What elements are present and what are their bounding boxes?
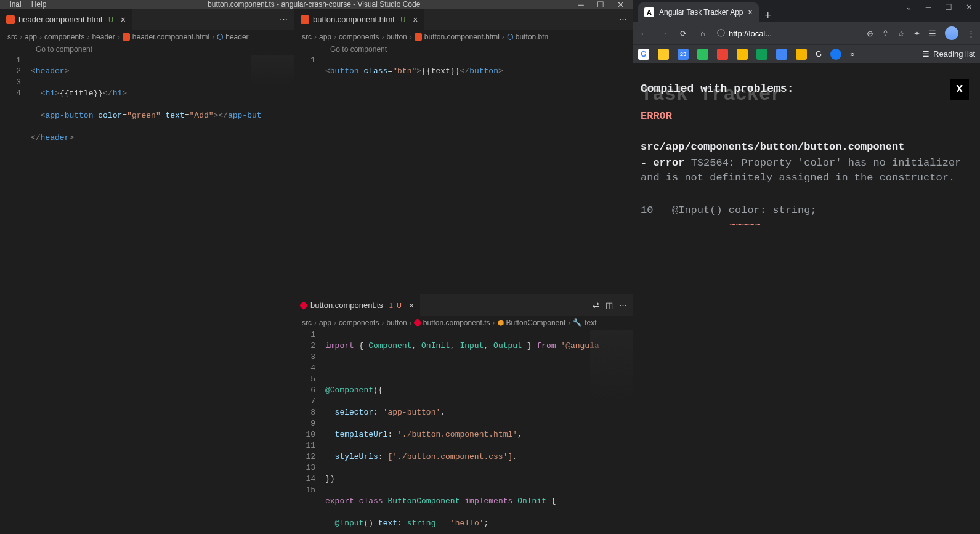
tag-icon: ⬡ <box>507 33 513 41</box>
reading-list-icon: ☰ <box>922 49 929 59</box>
tab-header-component[interactable]: header.component.html U × <box>0 9 132 30</box>
bookmark-drive2-icon[interactable] <box>776 49 787 60</box>
maximize-icon[interactable]: ☐ <box>596 0 605 9</box>
bc-item[interactable]: header <box>225 33 248 41</box>
go-to-component-hint[interactable]: Go to component <box>0 44 294 55</box>
error-heading: Compiled with problems: <box>641 81 973 97</box>
browser-tab-strip: A Angular Task Tracker App × + ⌄ ─ ☐ ✕ <box>633 0 980 22</box>
tab-button-ts[interactable]: button.component.ts 1, U × <box>294 294 420 316</box>
minimize-icon[interactable]: ─ <box>577 0 585 9</box>
share-icon[interactable]: ⇪ <box>882 29 889 38</box>
diff-icon[interactable]: ⇄ <box>593 301 599 310</box>
line-number: 2 <box>294 341 315 352</box>
maximize-icon[interactable]: ☐ <box>945 2 952 12</box>
reload-icon[interactable]: ⟳ <box>678 29 689 38</box>
bc-item[interactable]: text <box>585 318 596 327</box>
more-actions-icon[interactable]: ⋯ <box>619 15 627 24</box>
bc-item[interactable]: header.component.html <box>132 33 209 41</box>
bookmark-gmail-icon[interactable] <box>717 49 728 60</box>
minimize-icon[interactable]: ─ <box>926 2 931 12</box>
bookmark-keep-icon[interactable] <box>658 49 669 60</box>
tab-bar: button.component.html U × ⋯ <box>294 9 633 30</box>
new-tab-button[interactable]: + <box>765 9 772 22</box>
bc-item[interactable]: button.btn <box>516 33 548 41</box>
bc-item[interactable]: button.component.ts <box>423 318 490 327</box>
minimap[interactable] <box>590 330 633 403</box>
home-icon[interactable]: ⌂ <box>697 29 708 38</box>
chrome-browser: A Angular Task Tracker App × + ⌄ ─ ☐ ✕ ←… <box>633 0 980 534</box>
tab-close-icon[interactable]: × <box>409 301 414 310</box>
bc-item[interactable]: button <box>386 318 407 327</box>
close-icon[interactable]: ✕ <box>966 2 973 12</box>
bc-item[interactable]: src <box>302 33 312 41</box>
site-info-icon[interactable]: ⓘ <box>717 28 725 39</box>
bc-item[interactable]: app <box>25 33 37 41</box>
profile-avatar[interactable] <box>945 26 958 40</box>
code-content[interactable]: import { Component, OnInit, Input, Outpu… <box>325 330 633 534</box>
tab-label: button.component.html <box>313 15 394 24</box>
bookmark-folder-icon[interactable] <box>796 49 807 60</box>
more-actions-icon[interactable]: ⋯ <box>280 15 288 24</box>
tab-label: button.component.ts <box>310 301 383 310</box>
side-panel-icon[interactable]: ☰ <box>929 29 936 38</box>
tab-close-icon[interactable]: × <box>413 15 418 25</box>
code-content[interactable]: <header> <h1>{{title}}</h1> <app-button … <box>31 55 294 534</box>
tab-button-html[interactable]: button.component.html U × <box>294 9 424 30</box>
bookmark-star-icon[interactable]: ☆ <box>897 29 905 38</box>
code-editor[interactable]: 1 <button class="btn">{{text}}</button> <box>294 55 633 294</box>
bookmark-calendar-icon[interactable]: 23 <box>678 49 689 60</box>
tab-close-icon[interactable]: × <box>121 15 126 25</box>
menu-terminal[interactable]: inal <box>5 0 26 9</box>
more-actions-icon[interactable]: ⋯ <box>619 301 627 310</box>
bookmark-overflow-icon[interactable]: » <box>850 49 854 59</box>
bc-item[interactable]: app <box>319 318 331 327</box>
bc-item[interactable]: components <box>339 33 379 41</box>
bookmark-g-letter[interactable]: G <box>816 49 822 59</box>
breadcrumb[interactable]: src› app› components› button› button.com… <box>294 316 633 330</box>
error-label: ERROR <box>641 109 973 124</box>
close-icon[interactable]: ✕ <box>616 0 625 9</box>
go-to-component-hint[interactable]: Go to component <box>294 44 633 55</box>
bc-item[interactable]: ButtonComponent <box>506 318 566 327</box>
bc-item[interactable]: components <box>44 33 84 41</box>
bookmark-gmail2-icon[interactable] <box>737 49 748 60</box>
bookmark-drive-icon[interactable] <box>756 49 767 60</box>
bc-item[interactable]: header <box>92 33 115 41</box>
chevron-down-icon[interactable]: ⌄ <box>905 2 912 12</box>
code-content[interactable]: <button class="btn">{{text}}</button> <box>325 55 633 294</box>
bc-item[interactable]: src <box>302 318 312 327</box>
split-editor-icon[interactable]: ◫ <box>605 301 613 310</box>
bc-item[interactable]: components <box>339 318 379 327</box>
line-number: 13 <box>294 463 315 474</box>
breadcrumb[interactable]: src› app› components› header› header.com… <box>0 30 294 44</box>
code-editor[interactable]: 1 2 3 4 <header> <h1>{{title}}</h1> <app… <box>0 55 294 534</box>
line-number: 8 <box>294 407 315 418</box>
bookmark-evernote-icon[interactable] <box>697 49 708 60</box>
titlebar: inal Help button.component.ts - angular-… <box>0 0 633 9</box>
zoom-icon[interactable]: ⊕ <box>867 29 873 38</box>
minimap[interactable] <box>251 55 294 86</box>
line-number: 1 <box>294 330 315 341</box>
error-close-button[interactable]: X <box>950 79 969 100</box>
address-bar[interactable]: ⓘ http://local... <box>717 28 858 39</box>
bc-item[interactable]: app <box>319 33 331 41</box>
menu-icon[interactable]: ⋮ <box>967 29 975 38</box>
forward-icon[interactable]: → <box>658 29 669 38</box>
tab-close-icon[interactable]: × <box>748 8 753 17</box>
reading-list-button[interactable]: ☰ Reading list <box>922 49 975 59</box>
extensions-icon[interactable]: ✦ <box>913 29 920 38</box>
menu-help[interactable]: Help <box>26 0 52 9</box>
field-icon: 🔧 <box>573 318 582 327</box>
bc-item[interactable]: button.component.html <box>424 33 500 41</box>
error-message: - error TS2564: Property 'color' has no … <box>641 156 973 185</box>
back-icon[interactable]: ← <box>638 29 649 38</box>
bc-item[interactable]: src <box>7 33 17 41</box>
breadcrumb[interactable]: src› app› components› button› button.com… <box>294 30 633 44</box>
bookmark-facebook-icon[interactable] <box>830 49 841 60</box>
bookmark-google-icon[interactable]: G <box>638 49 649 60</box>
code-editor[interactable]: 1 2 3 4 5 6 7 8 9 10 11 12 13 14 <box>294 330 633 534</box>
browser-tab-active[interactable]: A Angular Task Tracker App × <box>638 2 759 22</box>
tag-icon: ⬡ <box>217 33 223 41</box>
bc-item[interactable]: button <box>386 33 407 41</box>
compile-error-overlay: X Compiled with problems: ERROR src/app/… <box>641 81 973 233</box>
